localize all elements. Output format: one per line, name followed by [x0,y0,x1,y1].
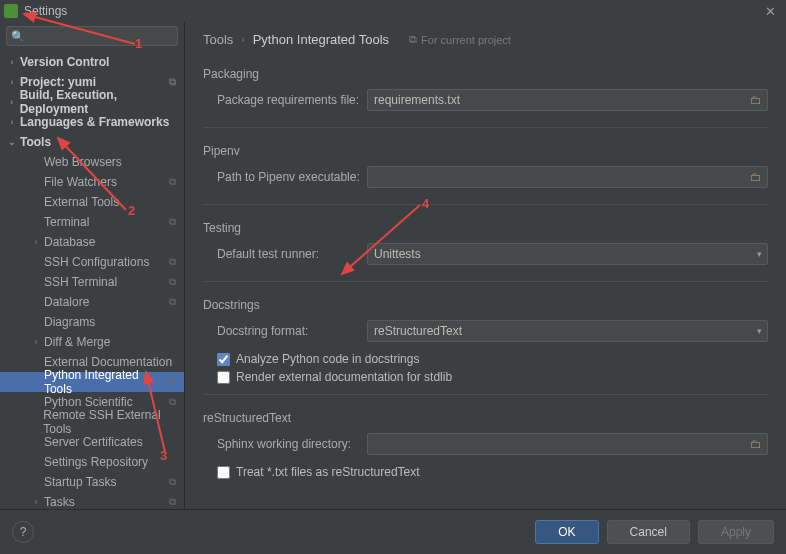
sidebar-item-label: SSH Configurations [44,255,149,269]
chevron-down-icon: ▾ [757,326,762,336]
project-badge-icon: ⧉ [169,296,176,308]
sidebar-item-label: Build, Execution, Deployment [20,88,184,116]
sidebar-item-label: Diff & Merge [44,335,110,349]
folder-icon[interactable]: 🗀 [750,437,762,451]
sidebar-item-web-browsers[interactable]: Web Browsers [0,152,184,172]
ok-button[interactable]: OK [535,520,598,544]
sidebar-item-diagrams[interactable]: Diagrams [0,312,184,332]
sidebar-item-ssh-terminal[interactable]: SSH Terminal⧉ [0,272,184,292]
window-title: Settings [24,4,67,18]
analyze-docstrings-checkbox[interactable] [217,353,230,366]
sidebar-item-file-watchers[interactable]: File Watchers⧉ [0,172,184,192]
section-docstrings: Docstrings [203,298,768,312]
section-pipenv: Pipenv [203,144,768,158]
analyze-docstrings-label: Analyze Python code in docstrings [236,352,419,366]
pipenv-path-input[interactable] [367,166,768,188]
project-badge-icon: ⧉ [169,476,176,488]
render-stdlib-checkbox[interactable] [217,371,230,384]
sidebar-item-label: Python Scientific [44,395,133,409]
close-icon[interactable]: ✕ [759,4,782,19]
req-file-input[interactable] [367,89,768,111]
project-badge-icon: ⧉ [169,496,176,508]
sidebar-item-startup-tasks[interactable]: Startup Tasks⧉ [0,472,184,492]
sidebar-item-label: File Watchers [44,175,117,189]
project-badge-icon: ⧉ [169,256,176,268]
sidebar-item-label: Datalore [44,295,89,309]
sidebar-item-diff-merge[interactable]: ›Diff & Merge [0,332,184,352]
chevron-down-icon: ▾ [757,249,762,259]
sidebar-item-external-tools[interactable]: External Tools [0,192,184,212]
annotation-3: 3 [160,448,167,463]
treat-txt-checkbox[interactable] [217,466,230,479]
chevron-icon: › [6,57,18,67]
project-badge-icon: ⧉ [169,76,176,88]
annotation-1: 1 [135,36,142,51]
project-badge-icon: ⧉ [169,396,176,408]
section-packaging: Packaging [203,67,768,81]
chevron-right-icon: › [241,34,244,45]
render-stdlib-label: Render external documentation for stdlib [236,370,452,384]
sidebar-item-database[interactable]: ›Database [0,232,184,252]
titlebar: Settings ✕ [0,0,786,22]
annotation-2: 2 [128,203,135,218]
sidebar-item-build-execution-deployment[interactable]: ›Build, Execution, Deployment [0,92,184,112]
search-input[interactable] [6,26,178,46]
sidebar-item-label: Terminal [44,215,89,229]
apply-button[interactable]: Apply [698,520,774,544]
sidebar-item-label: External Documentation [44,355,172,369]
sidebar-item-ssh-configurations[interactable]: SSH Configurations⧉ [0,252,184,272]
section-testing: Testing [203,221,768,235]
sidebar-item-label: Startup Tasks [44,475,116,489]
chevron-icon: › [6,117,18,127]
sphinx-dir-label: Sphinx working directory: [217,437,367,451]
project-badge-icon: ⧉ [169,376,176,388]
sidebar-item-label: Tools [20,135,51,149]
project-badge-icon: ⧉ [169,176,176,188]
chevron-icon: › [30,337,42,347]
sidebar-item-label: Tasks [44,495,75,509]
chevron-icon: › [6,97,18,107]
req-file-label: Package requirements file: [217,93,367,107]
test-runner-select[interactable]: Unittests [367,243,768,265]
sidebar-item-tools[interactable]: ⌄Tools [0,132,184,152]
sidebar-item-tasks[interactable]: ›Tasks⧉ [0,492,184,509]
project-badge-icon: ⧉ [169,216,176,228]
chevron-icon: › [30,497,42,507]
chevron-icon: ⌄ [6,137,18,147]
sidebar-item-terminal[interactable]: Terminal⧉ [0,212,184,232]
sidebar-item-settings-repository[interactable]: Settings Repository [0,452,184,472]
sidebar-item-label: Version Control [20,55,109,69]
annotation-4: 4 [422,196,429,211]
cancel-button[interactable]: Cancel [607,520,690,544]
chevron-icon: › [6,77,18,87]
sidebar-item-label: Diagrams [44,315,95,329]
chevron-icon: › [30,237,42,247]
sidebar-item-languages-frameworks[interactable]: ›Languages & Frameworks [0,112,184,132]
sidebar-item-python-integrated-tools[interactable]: Python Integrated Tools⧉ [0,372,184,392]
breadcrumb: Tools › Python Integrated Tools ⧉ For cu… [203,32,768,47]
sidebar-item-label: Database [44,235,95,249]
folder-icon[interactable]: 🗀 [750,93,762,107]
help-button[interactable]: ? [12,521,34,543]
sidebar-item-label: Python Integrated Tools [44,368,169,396]
sphinx-dir-input[interactable] [367,433,768,455]
sidebar: 🔍 ›Version Control›Project: yumi⧉›Build,… [0,22,185,509]
docstring-format-label: Docstring format: [217,324,367,338]
treat-txt-label: Treat *.txt files as reStructuredText [236,465,420,479]
copy-icon: ⧉ [409,33,417,46]
search-icon: 🔍 [11,30,25,43]
crumb-tools[interactable]: Tools [203,32,233,47]
sidebar-item-label: Server Certificates [44,435,143,449]
sidebar-item-remote-ssh-external-tools[interactable]: Remote SSH External Tools [0,412,184,432]
dialog-footer: ? OK Cancel Apply [0,509,786,554]
docstring-format-select[interactable]: reStructuredText [367,320,768,342]
settings-tree: ›Version Control›Project: yumi⧉›Build, E… [0,50,184,509]
folder-icon[interactable]: 🗀 [750,170,762,184]
sidebar-item-label: Settings Repository [44,455,148,469]
main-panel: Tools › Python Integrated Tools ⧉ For cu… [185,22,786,509]
sidebar-item-label: Web Browsers [44,155,122,169]
sidebar-item-label: Languages & Frameworks [20,115,169,129]
sidebar-item-datalore[interactable]: Datalore⧉ [0,292,184,312]
sidebar-item-version-control[interactable]: ›Version Control [0,52,184,72]
sidebar-item-label: SSH Terminal [44,275,117,289]
